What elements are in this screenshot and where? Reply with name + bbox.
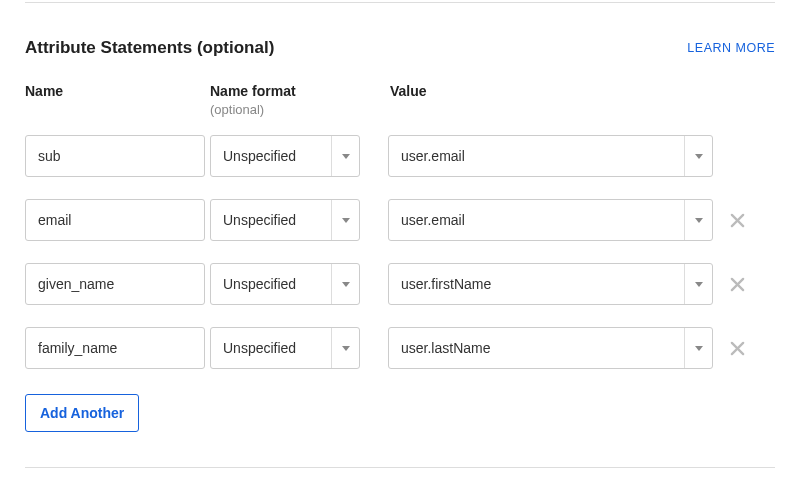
close-icon <box>730 213 745 228</box>
remove-row-placeholder <box>727 146 747 166</box>
divider-bottom <box>25 467 775 468</box>
name-format-select[interactable]: Unspecified <box>210 199 360 241</box>
name-format-select[interactable]: Unspecified <box>210 327 360 369</box>
learn-more-link[interactable]: LEARN MORE <box>687 41 775 55</box>
chevron-down-icon <box>684 136 712 176</box>
columns-header: Name Name format (optional) Value <box>25 83 775 117</box>
value-selected: user.firstName <box>401 276 491 292</box>
column-header-name: Name <box>25 83 210 117</box>
chevron-down-icon <box>684 328 712 368</box>
column-header-format-optional: (optional) <box>210 102 390 117</box>
attribute-name-input[interactable] <box>25 327 205 369</box>
close-icon <box>730 341 745 356</box>
name-format-selected: Unspecified <box>223 340 296 356</box>
value-select[interactable]: user.firstName <box>388 263 713 305</box>
attribute-row: Unspecified user.email <box>25 135 775 177</box>
chevron-down-icon <box>684 264 712 304</box>
name-format-select[interactable]: Unspecified <box>210 263 360 305</box>
attribute-name-input[interactable] <box>25 199 205 241</box>
close-icon <box>730 277 745 292</box>
column-header-format: Name format (optional) <box>210 83 390 117</box>
name-format-selected: Unspecified <box>223 148 296 164</box>
remove-row-button[interactable] <box>727 338 747 358</box>
column-header-format-label: Name format <box>210 83 296 99</box>
attribute-name-input[interactable] <box>25 263 205 305</box>
chevron-down-icon <box>331 200 359 240</box>
value-selected: user.email <box>401 148 465 164</box>
name-format-selected: Unspecified <box>223 276 296 292</box>
value-select[interactable]: user.lastName <box>388 327 713 369</box>
add-another-button[interactable]: Add Another <box>25 394 139 432</box>
attribute-row: Unspecified user.firstName <box>25 263 775 305</box>
attribute-name-input[interactable] <box>25 135 205 177</box>
chevron-down-icon <box>331 328 359 368</box>
remove-row-button[interactable] <box>727 210 747 230</box>
attribute-row: Unspecified user.lastName <box>25 327 775 369</box>
attribute-row: Unspecified user.email <box>25 199 775 241</box>
value-selected: user.email <box>401 212 465 228</box>
value-select[interactable]: user.email <box>388 135 713 177</box>
divider-top <box>25 2 775 3</box>
value-select[interactable]: user.email <box>388 199 713 241</box>
column-header-value: Value <box>390 83 427 117</box>
remove-row-button[interactable] <box>727 274 747 294</box>
name-format-select[interactable]: Unspecified <box>210 135 360 177</box>
section-title: Attribute Statements (optional) <box>25 38 274 58</box>
name-format-selected: Unspecified <box>223 212 296 228</box>
chevron-down-icon <box>331 136 359 176</box>
value-selected: user.lastName <box>401 340 490 356</box>
chevron-down-icon <box>684 200 712 240</box>
chevron-down-icon <box>331 264 359 304</box>
